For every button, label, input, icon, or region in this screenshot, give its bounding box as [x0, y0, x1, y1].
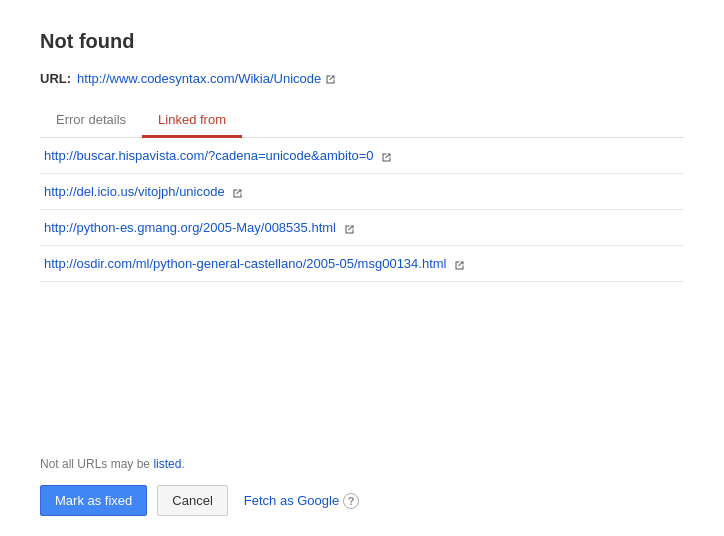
- listed-link[interactable]: listed: [153, 457, 181, 471]
- links-table: http://buscar.hispavista.com/?cadena=uni…: [40, 138, 684, 282]
- external-link-icon: [325, 73, 336, 84]
- mark-as-fixed-button[interactable]: Mark as fixed: [40, 485, 147, 516]
- table-row: http://del.icio.us/vitojph/unicode: [40, 174, 684, 210]
- cancel-button[interactable]: Cancel: [157, 485, 227, 516]
- footer-area: Not all URLs may be listed. Mark as fixe…: [40, 457, 684, 516]
- linked-from-url-1[interactable]: http://buscar.hispavista.com/?cadena=uni…: [44, 148, 374, 163]
- help-icon: ?: [343, 493, 359, 509]
- external-link-icon: [232, 187, 243, 198]
- url-row: URL: http://www.codesyntax.com/Wikia/Uni…: [40, 71, 684, 86]
- linked-from-url-4[interactable]: http://osdir.com/ml/python-general-caste…: [44, 256, 447, 271]
- fetch-as-google-link[interactable]: Fetch as Google ?: [244, 493, 359, 509]
- external-link-icon: [344, 223, 355, 234]
- page-title: Not found: [40, 30, 684, 53]
- url-label: URL:: [40, 71, 71, 86]
- tab-linked-from[interactable]: Linked from: [142, 104, 242, 138]
- table-row: http://python-es.gmang.org/2005-May/0085…: [40, 210, 684, 246]
- table-row: http://buscar.hispavista.com/?cadena=uni…: [40, 138, 684, 174]
- external-link-icon: [454, 259, 465, 270]
- main-container: Not found URL: http://www.codesyntax.com…: [0, 0, 724, 536]
- not-all-urls-text: Not all URLs may be listed.: [40, 457, 684, 471]
- linked-from-url-3[interactable]: http://python-es.gmang.org/2005-May/0085…: [44, 220, 336, 235]
- external-link-icon: [381, 151, 392, 162]
- page-url-link[interactable]: http://www.codesyntax.com/Wikia/Unicode: [77, 71, 321, 86]
- linked-from-url-2[interactable]: http://del.icio.us/vitojph/unicode: [44, 184, 225, 199]
- tab-error-details[interactable]: Error details: [40, 104, 142, 138]
- table-row: http://osdir.com/ml/python-general-caste…: [40, 246, 684, 282]
- action-row: Mark as fixed Cancel Fetch as Google ?: [40, 485, 684, 516]
- tabs-bar: Error details Linked from: [40, 104, 684, 138]
